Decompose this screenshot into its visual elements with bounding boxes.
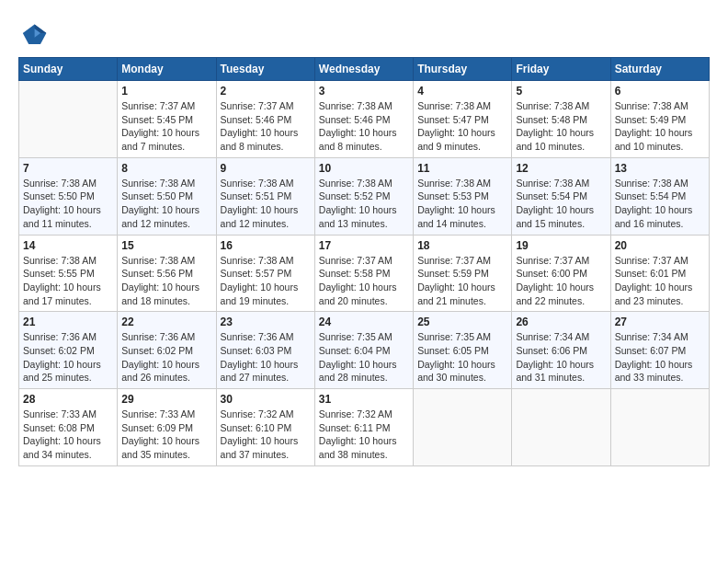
day-number: 3 — [319, 85, 409, 98]
header-cell-thursday: Thursday — [414, 58, 512, 81]
svg-marker-0 — [23, 24, 47, 44]
day-cell: 7Sunrise: 7:38 AM Sunset: 5:50 PM Daylig… — [19, 157, 118, 235]
day-cell: 20Sunrise: 7:37 AM Sunset: 6:01 PM Dayli… — [610, 235, 709, 312]
day-cell — [512, 389, 610, 466]
day-cell: 28Sunrise: 7:33 AM Sunset: 6:08 PM Dayli… — [19, 389, 118, 466]
day-info: Sunrise: 7:38 AM Sunset: 5:54 PM Dayligh… — [615, 177, 705, 231]
day-info: Sunrise: 7:38 AM Sunset: 5:49 PM Dayligh… — [615, 99, 705, 154]
day-number: 10 — [319, 162, 409, 175]
day-cell: 30Sunrise: 7:32 AM Sunset: 6:10 PM Dayli… — [216, 389, 314, 466]
day-info: Sunrise: 7:35 AM Sunset: 6:05 PM Dayligh… — [417, 330, 507, 385]
day-cell: 11Sunrise: 7:38 AM Sunset: 5:53 PM Dayli… — [414, 157, 512, 235]
day-cell: 15Sunrise: 7:38 AM Sunset: 5:56 PM Dayli… — [118, 235, 216, 312]
day-number: 18 — [417, 239, 507, 252]
calendar-header: SundayMondayTuesdayWednesdayThursdayFrid… — [19, 58, 710, 81]
week-row-4: 21Sunrise: 7:36 AM Sunset: 6:02 PM Dayli… — [19, 312, 710, 389]
header-cell-tuesday: Tuesday — [216, 58, 314, 81]
day-number: 1 — [121, 85, 211, 98]
day-number: 19 — [516, 239, 606, 252]
day-number: 11 — [417, 162, 507, 175]
day-info: Sunrise: 7:36 AM Sunset: 6:03 PM Dayligh… — [221, 330, 311, 385]
day-cell: 10Sunrise: 7:38 AM Sunset: 5:52 PM Dayli… — [314, 157, 413, 235]
day-info: Sunrise: 7:34 AM Sunset: 6:07 PM Dayligh… — [615, 330, 705, 385]
day-cell: 24Sunrise: 7:35 AM Sunset: 6:04 PM Dayli… — [314, 312, 413, 389]
day-number: 30 — [221, 393, 311, 406]
day-cell: 25Sunrise: 7:35 AM Sunset: 6:05 PM Dayli… — [414, 312, 512, 389]
day-number: 27 — [615, 316, 705, 328]
day-cell: 17Sunrise: 7:37 AM Sunset: 5:58 PM Dayli… — [314, 235, 413, 312]
day-number: 23 — [221, 316, 311, 328]
day-info: Sunrise: 7:33 AM Sunset: 6:08 PM Dayligh… — [23, 408, 113, 462]
day-info: Sunrise: 7:37 AM Sunset: 6:00 PM Dayligh… — [516, 254, 606, 308]
day-info: Sunrise: 7:38 AM Sunset: 5:56 PM Dayligh… — [121, 254, 211, 308]
day-info: Sunrise: 7:37 AM Sunset: 6:01 PM Dayligh… — [615, 254, 705, 308]
day-info: Sunrise: 7:38 AM Sunset: 5:53 PM Dayligh… — [417, 177, 507, 231]
day-info: Sunrise: 7:38 AM Sunset: 5:50 PM Dayligh… — [121, 177, 211, 231]
day-info: Sunrise: 7:38 AM Sunset: 5:52 PM Dayligh… — [319, 177, 409, 231]
day-number: 15 — [121, 239, 211, 252]
day-cell: 8Sunrise: 7:38 AM Sunset: 5:50 PM Daylig… — [118, 157, 216, 235]
day-number: 16 — [221, 239, 311, 252]
header-cell-friday: Friday — [512, 58, 610, 81]
header-row: SundayMondayTuesdayWednesdayThursdayFrid… — [19, 58, 710, 81]
day-number: 24 — [319, 316, 409, 328]
logo — [18, 18, 51, 48]
day-info: Sunrise: 7:38 AM Sunset: 5:46 PM Dayligh… — [319, 99, 409, 154]
day-cell: 14Sunrise: 7:38 AM Sunset: 5:55 PM Dayli… — [19, 235, 118, 312]
day-number: 6 — [615, 85, 705, 98]
day-cell: 26Sunrise: 7:34 AM Sunset: 6:06 PM Dayli… — [512, 312, 610, 389]
week-row-5: 28Sunrise: 7:33 AM Sunset: 6:08 PM Dayli… — [19, 389, 710, 466]
day-number: 21 — [23, 316, 113, 328]
day-number: 25 — [417, 316, 507, 328]
day-cell: 31Sunrise: 7:32 AM Sunset: 6:11 PM Dayli… — [314, 389, 413, 466]
logo-icon — [18, 18, 48, 48]
day-number: 9 — [221, 162, 311, 175]
day-cell: 19Sunrise: 7:37 AM Sunset: 6:00 PM Dayli… — [512, 235, 610, 312]
day-info: Sunrise: 7:32 AM Sunset: 6:10 PM Dayligh… — [221, 408, 311, 462]
day-info: Sunrise: 7:38 AM Sunset: 5:47 PM Dayligh… — [417, 99, 507, 154]
header-cell-saturday: Saturday — [610, 58, 709, 81]
day-cell: 12Sunrise: 7:38 AM Sunset: 5:54 PM Dayli… — [512, 157, 610, 235]
day-cell: 13Sunrise: 7:38 AM Sunset: 5:54 PM Dayli… — [610, 157, 709, 235]
day-cell: 18Sunrise: 7:37 AM Sunset: 5:59 PM Dayli… — [414, 235, 512, 312]
day-info: Sunrise: 7:37 AM Sunset: 5:58 PM Dayligh… — [319, 254, 409, 308]
day-number: 20 — [615, 239, 705, 252]
week-row-2: 7Sunrise: 7:38 AM Sunset: 5:50 PM Daylig… — [19, 157, 710, 235]
day-cell — [610, 389, 709, 466]
day-info: Sunrise: 7:38 AM Sunset: 5:48 PM Dayligh… — [516, 99, 606, 154]
day-info: Sunrise: 7:38 AM Sunset: 5:50 PM Dayligh… — [23, 177, 113, 231]
header-cell-wednesday: Wednesday — [314, 58, 413, 81]
day-info: Sunrise: 7:34 AM Sunset: 6:06 PM Dayligh… — [516, 330, 606, 385]
day-info: Sunrise: 7:37 AM Sunset: 5:45 PM Dayligh… — [121, 99, 211, 154]
day-cell: 29Sunrise: 7:33 AM Sunset: 6:09 PM Dayli… — [118, 389, 216, 466]
day-info: Sunrise: 7:37 AM Sunset: 5:59 PM Dayligh… — [417, 254, 507, 308]
day-cell — [414, 389, 512, 466]
calendar-table: SundayMondayTuesdayWednesdayThursdayFrid… — [18, 57, 710, 466]
day-number: 14 — [23, 239, 113, 252]
day-number: 5 — [516, 85, 606, 98]
day-info: Sunrise: 7:33 AM Sunset: 6:09 PM Dayligh… — [121, 408, 211, 462]
week-row-1: 1Sunrise: 7:37 AM Sunset: 5:45 PM Daylig… — [19, 81, 710, 158]
day-cell: 6Sunrise: 7:38 AM Sunset: 5:49 PM Daylig… — [610, 81, 709, 158]
day-cell: 3Sunrise: 7:38 AM Sunset: 5:46 PM Daylig… — [314, 81, 413, 158]
day-number: 28 — [23, 393, 113, 406]
day-number: 13 — [615, 162, 705, 175]
day-cell: 5Sunrise: 7:38 AM Sunset: 5:48 PM Daylig… — [512, 81, 610, 158]
day-cell: 9Sunrise: 7:38 AM Sunset: 5:51 PM Daylig… — [216, 157, 314, 235]
day-info: Sunrise: 7:38 AM Sunset: 5:55 PM Dayligh… — [23, 254, 113, 308]
day-info: Sunrise: 7:36 AM Sunset: 6:02 PM Dayligh… — [121, 330, 211, 385]
day-info: Sunrise: 7:37 AM Sunset: 5:46 PM Dayligh… — [221, 99, 311, 154]
day-cell: 4Sunrise: 7:38 AM Sunset: 5:47 PM Daylig… — [414, 81, 512, 158]
week-row-3: 14Sunrise: 7:38 AM Sunset: 5:55 PM Dayli… — [19, 235, 710, 312]
day-info: Sunrise: 7:38 AM Sunset: 5:54 PM Dayligh… — [516, 177, 606, 231]
day-info: Sunrise: 7:32 AM Sunset: 6:11 PM Dayligh… — [319, 408, 409, 462]
header-cell-monday: Monday — [118, 58, 216, 81]
day-cell: 21Sunrise: 7:36 AM Sunset: 6:02 PM Dayli… — [19, 312, 118, 389]
day-cell: 16Sunrise: 7:38 AM Sunset: 5:57 PM Dayli… — [216, 235, 314, 312]
day-number: 22 — [121, 316, 211, 328]
day-cell: 23Sunrise: 7:36 AM Sunset: 6:03 PM Dayli… — [216, 312, 314, 389]
day-number: 4 — [417, 85, 507, 98]
day-info: Sunrise: 7:38 AM Sunset: 5:51 PM Dayligh… — [221, 177, 311, 231]
day-number: 26 — [516, 316, 606, 328]
day-number: 12 — [516, 162, 606, 175]
